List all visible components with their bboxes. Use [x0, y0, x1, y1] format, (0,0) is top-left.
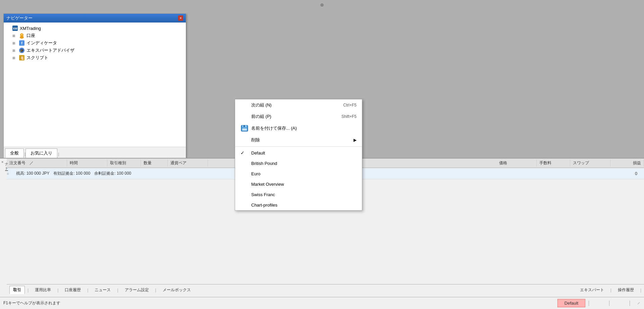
navigator-content: XM XMTrading ⊞ 口座 ⊞ f	[4, 23, 186, 147]
svg-text:XM: XM	[13, 27, 17, 30]
svg-text:📜: 📜	[20, 56, 24, 60]
sep5: |	[155, 288, 156, 293]
col-header-order: 注文番号 ／	[7, 160, 67, 167]
tree-expander-expert: ⊞	[12, 49, 18, 52]
status-dividers	[589, 301, 630, 306]
tree-expander-indicator: ⊞	[12, 41, 18, 45]
status-default-badge: Default	[557, 299, 585, 307]
tree-item-xmtrading[interactable]: XM XMTrading	[6, 25, 184, 32]
navigator-titlebar: ナビゲーター ×	[4, 14, 186, 23]
menu-item-delete[interactable]: 削除 ▶	[235, 134, 362, 146]
menu-check-default: ✓	[240, 150, 249, 156]
sep6: |	[610, 288, 611, 293]
col-header-pnl: 損益	[610, 160, 644, 167]
svg-point-4	[20, 36, 24, 39]
top-indicator	[320, 3, 324, 7]
menu-label-next-group: 次の組 (N)	[251, 102, 272, 108]
sep3: |	[87, 288, 88, 293]
menu-item-market-overview[interactable]: Market Overview	[235, 179, 362, 189]
account-icon	[18, 33, 25, 39]
close-button[interactable]: ×	[178, 15, 183, 21]
svg-point-3	[21, 34, 23, 36]
tree-label-script: スクリプト	[26, 55, 48, 61]
menu-label-prev-group: 前の組 (P)	[251, 114, 271, 120]
svg-text:🎓: 🎓	[20, 48, 24, 53]
col-header-price: 価格	[496, 160, 537, 167]
svg-rect-13	[242, 128, 247, 131]
menu-label-save-as: 名前を付けて保存... (A)	[251, 125, 297, 131]
tree-item-indicator[interactable]: ⊞ f インディケータ	[6, 39, 184, 47]
panel-tab-history[interactable]: 口座履歴	[61, 286, 85, 294]
tree-label-indicator: インディケータ	[26, 40, 57, 46]
status-bar: F1キーでヘルプが表示されます Default ⟋	[0, 297, 644, 309]
menu-arrow-delete: ▶	[354, 138, 357, 142]
tree-item-expert[interactable]: ⊞ 🎓 エキスパートアドバイザ	[6, 47, 184, 54]
menu-label-british-pound: British Pound	[251, 161, 277, 166]
menu-label-market-overview: Market Overview	[251, 182, 284, 187]
tree-item-account[interactable]: ⊞ 口座	[6, 32, 184, 39]
sep1: |	[28, 288, 29, 293]
xm-icon: XM	[12, 25, 18, 31]
divider2	[609, 301, 609, 306]
panel-tab-news[interactable]: ニュース	[91, 286, 114, 294]
tree-item-script[interactable]: ⊞ 📜 スクリプト	[6, 54, 184, 61]
menu-item-swiss-franc[interactable]: Swiss Franc	[235, 189, 362, 200]
svg-rect-14	[244, 125, 245, 127]
pnl-value: 0	[635, 171, 644, 176]
expert-icon: 🎓	[18, 47, 25, 53]
menu-separator1	[235, 146, 362, 147]
indicator-icon: f	[18, 40, 25, 46]
tree-expander-script: ⊞	[12, 56, 18, 60]
divider3	[630, 301, 630, 306]
tab-favorites[interactable]: お気に入り	[25, 148, 57, 158]
status-resize-arrow: ⟋	[637, 301, 641, 306]
tab-separator2: |	[58, 148, 59, 158]
panel-tab-ratio[interactable]: 運用比率	[31, 286, 55, 294]
navigator-title: ナビゲーター	[6, 15, 33, 21]
panel-tab-ophistory[interactable]: 操作履歴	[614, 286, 638, 294]
panel-tab-trade[interactable]: 取引	[9, 286, 25, 294]
menu-item-save-as[interactable]: 名前を付けて保存... (A)	[235, 122, 362, 134]
balance-text: 残高: 100 000 JPY 有効証拠金: 100 000 余剰証拠金: 10…	[13, 169, 134, 178]
tree-label-account: 口座	[26, 33, 35, 39]
menu-shortcut-prev-group: Shift+F5	[341, 114, 357, 119]
panel-tab-expert[interactable]: エキスパート	[576, 286, 608, 294]
menu-item-british-pound[interactable]: British Pound	[235, 158, 362, 169]
menu-label-euro: Euro	[251, 171, 260, 176]
panel-side-label: ナトーー	[3, 159, 10, 170]
script-icon: 📜	[18, 55, 25, 61]
menu-label-default: Default	[251, 150, 265, 156]
status-help-text: F1キーでヘルプが表示されます	[3, 300, 554, 306]
tree-label-expert: エキスパートアドバイザ	[26, 47, 74, 53]
tab-all[interactable]: 全般	[5, 148, 24, 158]
divider1	[589, 301, 589, 306]
menu-item-euro[interactable]: Euro	[235, 169, 362, 179]
panel-tab-mailbox[interactable]: メールボックス	[159, 286, 195, 294]
sep4: |	[117, 288, 118, 293]
tree-expander-account: ⊞	[12, 34, 18, 38]
menu-item-default[interactable]: ✓ Default	[235, 147, 362, 158]
col-header-type: 取引種別	[107, 160, 141, 167]
tree-label-xmtrading: XMTrading	[20, 26, 41, 31]
menu-label-delete: 削除	[251, 137, 260, 143]
sep7: |	[640, 288, 641, 293]
col-header-qty: 数量	[141, 160, 168, 167]
navigator-window: ナビゲーター × XM XMTrading ⊞	[3, 13, 186, 158]
panel-tab-alarm[interactable]: アラーム設定	[121, 286, 153, 294]
menu-label-swiss-franc: Swiss Franc	[251, 192, 275, 197]
panel-tabs: 取引 | 運用比率 | 口座履歴 | ニュース | アラーム設定 | メールボッ…	[7, 284, 644, 296]
menu-label-chart-profiles: Chart-profiles	[251, 203, 277, 208]
sep2: |	[57, 288, 58, 293]
menu-item-prev-group[interactable]: 前の組 (P) Shift+F5	[235, 111, 362, 122]
menu-item-chart-profiles[interactable]: Chart-profiles	[235, 200, 362, 210]
col-header-fee: 手数料	[537, 160, 570, 167]
col-header-time: 時間	[67, 160, 107, 167]
svg-text:f: f	[21, 41, 22, 45]
menu-item-next-group[interactable]: 次の組 (N) Ctrl+F5	[235, 99, 362, 111]
col-header-pair: 通貨ペア	[168, 160, 208, 167]
navigator-tabs: 全般 | お気に入り |	[4, 147, 186, 158]
menu-shortcut-next-group: Ctrl+F5	[343, 103, 357, 107]
col-header-swap: スワップ	[570, 160, 610, 167]
save-icon	[240, 125, 249, 132]
context-menu: 次の組 (N) Ctrl+F5 前の組 (P) Shift+F5 名前を付けて保…	[235, 99, 362, 211]
